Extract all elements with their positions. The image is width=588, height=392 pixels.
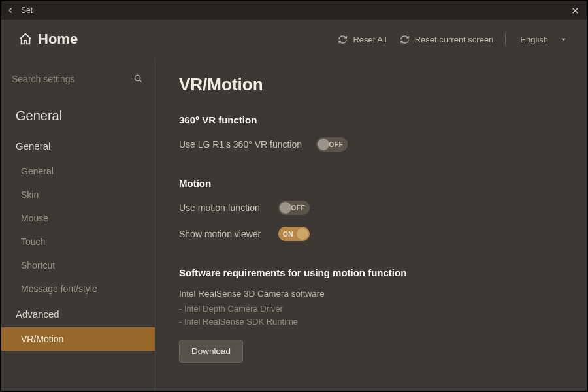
chevron-down-icon — [560, 36, 567, 43]
home-icon — [18, 32, 33, 46]
sidebar-item-general[interactable]: General — [1, 159, 155, 183]
refresh-icon — [400, 35, 410, 44]
req-software: Intel RealSense 3D Camera software — [179, 289, 563, 299]
req-item: - Intel Depth Camera Driver — [179, 302, 563, 316]
toggle-knob — [297, 228, 308, 240]
sidebar-item-vr-motion[interactable]: VR/Motion — [1, 327, 155, 351]
toggle-text: ON — [283, 231, 293, 238]
separator — [505, 33, 506, 45]
toggle-knob — [318, 139, 329, 150]
toggle-motion-use[interactable]: OFF — [278, 201, 310, 215]
arrow-left-icon — [6, 6, 15, 15]
sidebar-item-shortcut[interactable]: Shortcut — [1, 253, 155, 277]
toggle-text: OFF — [329, 141, 344, 148]
search-icon — [131, 74, 144, 84]
setting-motion-viewer: Show motion viewer ON — [179, 227, 563, 241]
sidebar-item-touch[interactable]: Touch — [1, 230, 155, 253]
search-box[interactable] — [12, 68, 144, 90]
refresh-icon — [338, 35, 348, 44]
page-title: VR/Motion — [179, 74, 563, 95]
language-dropdown[interactable]: English — [511, 31, 570, 48]
section-vr-title: 360° VR function — [179, 114, 563, 125]
setting-label: Use motion function — [179, 203, 264, 213]
reset-current-button[interactable]: Reset current screen — [393, 31, 500, 48]
setting-motion-use: Use motion function OFF — [179, 201, 563, 215]
search-input[interactable] — [12, 74, 131, 84]
language-label: English — [520, 35, 548, 44]
sidebar-category-general[interactable]: General — [1, 133, 155, 159]
sidebar-group-title: General — [1, 102, 155, 133]
toggle-knob — [280, 202, 291, 214]
reset-current-label: Reset current screen — [415, 35, 494, 44]
svg-point-0 — [135, 76, 140, 81]
setting-label: Show motion viewer — [179, 229, 264, 239]
reset-all-button[interactable]: Reset All — [331, 31, 393, 48]
toggle-text: OFF — [291, 204, 306, 212]
download-button[interactable]: Download — [179, 340, 243, 363]
sidebar: General General General Skin Mouse Touch… — [1, 59, 155, 391]
main-panel: VR/Motion 360° VR function Use LG R1's 3… — [155, 59, 587, 391]
sidebar-item-mouse[interactable]: Mouse — [1, 206, 155, 230]
section-req-title: Software requirements for using motion f… — [179, 267, 563, 278]
reset-all-label: Reset All — [353, 35, 386, 44]
toggle-vr-use[interactable]: OFF — [316, 137, 348, 152]
home-button[interactable]: Home — [18, 31, 78, 48]
toggle-motion-viewer[interactable]: ON — [278, 227, 310, 241]
setting-label: Use LG R1's 360° VR function — [179, 139, 302, 150]
setting-vr-use: Use LG R1's 360° VR function OFF — [179, 137, 563, 152]
back-button[interactable] — [1, 6, 20, 15]
section-motion-title: Motion — [179, 178, 563, 189]
window-title: Set — [20, 6, 33, 15]
titlebar: Set — [1, 1, 587, 20]
header: Home Reset All Reset current screen Engl… — [1, 20, 587, 59]
close-icon — [571, 7, 580, 15]
req-item: - Intel RealSense SDK Runtime — [179, 316, 563, 329]
home-label: Home — [38, 31, 78, 48]
close-button[interactable] — [563, 7, 587, 15]
sidebar-item-skin[interactable]: Skin — [1, 183, 155, 206]
sidebar-category-advanced[interactable]: Advanced — [1, 301, 155, 327]
sidebar-item-message-font[interactable]: Message font/style — [1, 277, 155, 301]
